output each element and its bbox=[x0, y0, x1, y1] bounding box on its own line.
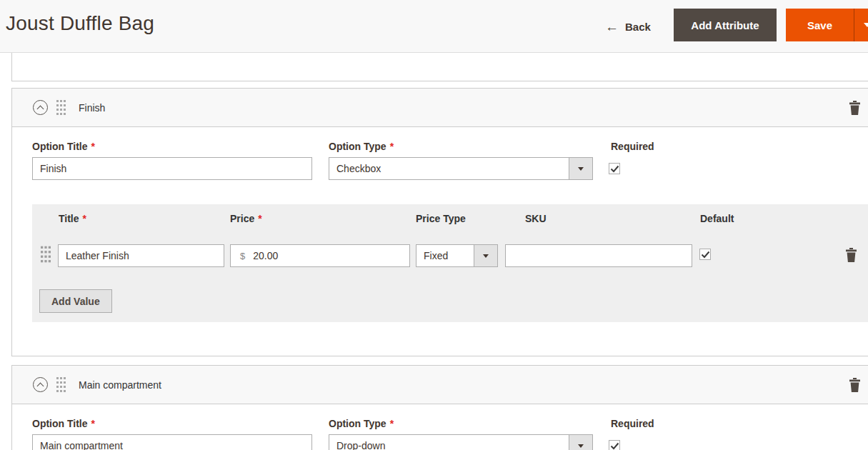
required-checkbox[interactable] bbox=[609, 440, 620, 450]
required-asterisk: * bbox=[91, 418, 95, 429]
section-title: Finish bbox=[79, 102, 105, 114]
option-type-selected-value: Checkbox bbox=[329, 163, 569, 174]
select-arrow bbox=[569, 158, 592, 179]
add-value-button[interactable]: Add Value bbox=[39, 289, 112, 313]
delete-section-button[interactable] bbox=[849, 101, 861, 117]
option-title-label: Option Title bbox=[32, 141, 88, 152]
delete-row-button[interactable] bbox=[845, 248, 857, 264]
column-header-price-type: Price Type bbox=[416, 213, 505, 224]
section-body-main-compartment: Option Title* Option Type* Drop-down Req… bbox=[12, 404, 868, 450]
select-arrow bbox=[474, 245, 497, 266]
section-header-main-compartment: Main compartment bbox=[12, 366, 868, 404]
option-section-main-compartment: Main compartment Option Title* Option Ty… bbox=[11, 365, 868, 450]
chevron-up-icon bbox=[37, 106, 44, 113]
value-price-field: $ bbox=[230, 244, 410, 267]
option-type-field: Option Type* Drop-down bbox=[329, 419, 593, 450]
page-header: Joust Duffle Bag ← Back Add Attribute Sa… bbox=[0, 0, 868, 53]
delete-section-button[interactable] bbox=[849, 378, 861, 394]
collapse-toggle-icon[interactable] bbox=[33, 377, 48, 392]
required-asterisk: * bbox=[390, 418, 394, 429]
option-type-select[interactable]: Checkbox bbox=[329, 157, 593, 180]
back-arrow-icon: ← bbox=[605, 20, 619, 34]
value-price-input[interactable] bbox=[245, 245, 409, 266]
section-title: Main compartment bbox=[79, 379, 161, 391]
required-asterisk: * bbox=[91, 141, 95, 152]
section-body-finish: Option Title* Option Type* Checkbox Requ… bbox=[12, 127, 868, 356]
collapsed-panel-partial bbox=[11, 53, 868, 81]
trash-icon bbox=[849, 378, 861, 392]
trash-icon bbox=[849, 101, 861, 115]
option-section-finish: Finish Option Title* Option Type* Checkb… bbox=[11, 88, 868, 356]
save-split-button: Save bbox=[786, 9, 868, 41]
option-title-input[interactable] bbox=[32, 157, 312, 180]
required-label: Required bbox=[609, 419, 654, 429]
required-field: Required bbox=[609, 419, 654, 450]
table-header-row: Title* Price* Price Type SKU Default bbox=[32, 204, 868, 233]
page-content: Finish Option Title* Option Type* Checkb… bbox=[0, 53, 868, 450]
column-header-price: Price* bbox=[230, 213, 416, 224]
back-button[interactable]: ← Back bbox=[601, 0, 655, 53]
column-header-title: Title* bbox=[58, 213, 230, 224]
panel-gap bbox=[0, 81, 868, 88]
trash-icon bbox=[845, 248, 857, 262]
option-type-field: Option Type* Checkbox bbox=[329, 141, 593, 180]
collapse-toggle-icon[interactable] bbox=[33, 100, 48, 115]
column-header-default: Default bbox=[699, 213, 841, 224]
save-button[interactable]: Save bbox=[786, 9, 854, 41]
column-header-sku: SKU bbox=[505, 213, 699, 224]
drag-handle-icon[interactable] bbox=[56, 100, 66, 115]
option-type-select[interactable]: Drop-down bbox=[329, 434, 593, 450]
option-value-row: $ Fixed bbox=[32, 244, 868, 267]
option-title-field: Option Title* bbox=[32, 141, 312, 180]
option-type-label: Option Type bbox=[329, 418, 386, 429]
panel-gap bbox=[0, 356, 868, 365]
option-type-label: Option Type bbox=[329, 141, 386, 152]
option-type-selected-value: Drop-down bbox=[329, 440, 569, 450]
currency-symbol: $ bbox=[231, 251, 245, 261]
price-type-select[interactable]: Fixed bbox=[416, 244, 498, 267]
option-values-table: Title* Price* Price Type SKU Default bbox=[32, 204, 868, 322]
section-header-finish: Finish bbox=[12, 89, 868, 127]
select-arrow bbox=[569, 435, 592, 450]
chevron-down-icon bbox=[864, 23, 868, 27]
add-attribute-button[interactable]: Add Attribute bbox=[674, 9, 777, 41]
checkmark-icon bbox=[610, 442, 619, 450]
required-field: Required bbox=[609, 141, 654, 180]
price-type-selected-value: Fixed bbox=[416, 250, 474, 261]
required-label: Required bbox=[609, 141, 654, 151]
required-checkbox[interactable] bbox=[609, 163, 620, 174]
required-asterisk: * bbox=[390, 141, 394, 152]
drag-handle-icon[interactable] bbox=[56, 377, 66, 392]
chevron-down-icon bbox=[578, 167, 584, 171]
drag-handle-icon[interactable] bbox=[41, 245, 51, 264]
value-sku-input[interactable] bbox=[505, 244, 692, 267]
chevron-down-icon bbox=[578, 444, 584, 448]
chevron-down-icon bbox=[483, 254, 489, 258]
back-label: Back bbox=[625, 21, 651, 33]
default-checkbox[interactable] bbox=[699, 249, 711, 260]
checkmark-icon bbox=[610, 165, 619, 173]
checkmark-icon bbox=[701, 251, 710, 259]
page-title: Joust Duffle Bag bbox=[6, 12, 154, 35]
chevron-up-icon bbox=[37, 383, 44, 390]
option-title-field: Option Title* bbox=[32, 419, 312, 450]
save-dropdown-toggle[interactable] bbox=[854, 9, 868, 41]
value-title-input[interactable] bbox=[58, 244, 224, 267]
option-title-label: Option Title bbox=[32, 418, 88, 429]
option-title-input[interactable] bbox=[32, 434, 312, 450]
